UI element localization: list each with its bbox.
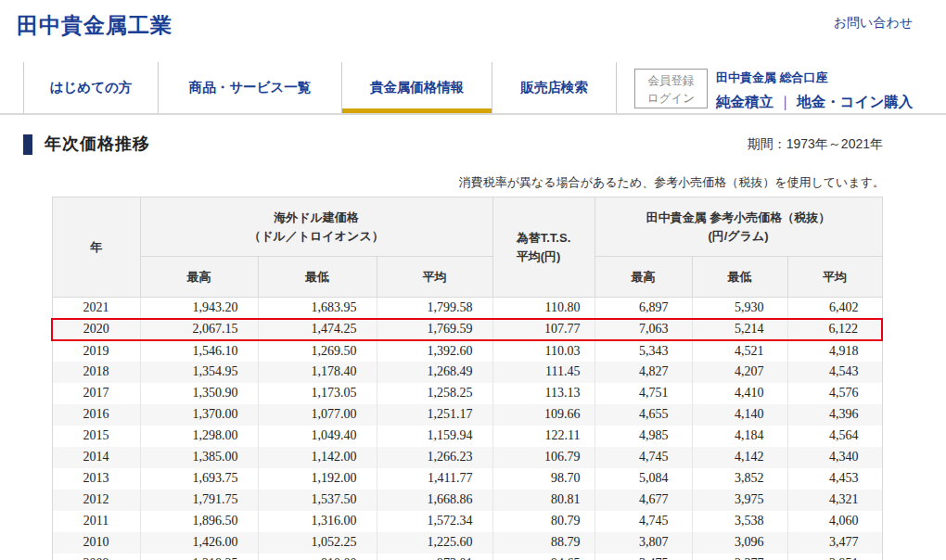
cell-jpy-low: 3,096 [692, 532, 787, 554]
nav-tab-store-search[interactable]: 販売店検索 [492, 62, 617, 113]
cell-usd-avg: 1,266.23 [377, 447, 492, 468]
cell-usd-avg: 1,159.94 [377, 426, 492, 447]
cell-jpy-avg: 4,060 [787, 511, 882, 532]
cell-year: 2014 [52, 447, 140, 468]
cell-usd-high: 1,385.00 [140, 447, 258, 468]
cell-usd-avg: 1,392.60 [377, 340, 492, 362]
table-row: 2010 1,426.00 1,052.25 1,225.60 88.79 3,… [52, 532, 882, 554]
cell-usd-low: 1,173.05 [258, 383, 377, 404]
col-header-usd-avg: 平均 [377, 257, 492, 298]
bullion-coin-purchase-link[interactable]: 地金・コイン購入 [797, 94, 913, 109]
cell-usd-high: 1,426.00 [140, 532, 258, 554]
fx-line1: 為替T.T.S. [517, 231, 571, 245]
cell-fx-tts: 110.80 [492, 298, 594, 319]
cell-usd-low: 1,316.00 [258, 511, 377, 532]
nav-tab-products-services[interactable]: 商品・サービス一覧 [158, 62, 341, 113]
page-title: 年次価格推移 [45, 133, 150, 155]
cell-jpy-avg: 4,396 [787, 404, 882, 426]
cell-jpy-low: 4,140 [692, 404, 787, 426]
cell-usd-high: 1,791.75 [140, 490, 258, 511]
price-table-body: 2021 1,943.20 1,683.95 1,799.58 110.80 6… [52, 298, 882, 560]
cell-jpy-low: 4,410 [692, 383, 787, 404]
cell-usd-high: 1,546.10 [140, 340, 258, 362]
cell-usd-low: 1,474.25 [258, 319, 377, 340]
col-group-jpy-retail-price: 田中貴金属 参考小売価格（税抜） (円/グラム) [594, 197, 882, 257]
cell-jpy-avg: 4,576 [787, 383, 882, 404]
cell-year: 2012 [52, 490, 140, 511]
col-group-usd-price: 海外ドル建価格 （ドル／トロイオンス） [140, 197, 492, 257]
cell-year: 2021 [52, 298, 140, 319]
cell-jpy-low: 5,214 [692, 319, 787, 340]
cell-usd-high: 2,067.15 [140, 319, 258, 340]
cell-jpy-high: 5,343 [594, 340, 692, 362]
cell-jpy-avg: 4,321 [787, 490, 882, 511]
cell-usd-avg: 1,668.86 [377, 490, 492, 511]
cell-jpy-high: 6,897 [594, 298, 692, 319]
cell-jpy-avg: 2,951 [787, 554, 882, 560]
contact-link[interactable]: お問い合わせ [834, 15, 913, 32]
account-title-link[interactable]: 田中貴金属 総合口座 [716, 70, 913, 86]
col-header-jpy-high: 最高 [594, 257, 692, 298]
table-row: 2016 1,370.00 1,077.00 1,251.17 109.66 4… [52, 404, 882, 426]
cell-usd-avg: 1,268.49 [377, 362, 492, 383]
cell-jpy-high: 4,827 [594, 362, 692, 383]
cell-jpy-avg: 4,543 [787, 362, 882, 383]
nav-tab-beginners[interactable]: はじめての方 [23, 62, 158, 113]
cell-usd-high: 1,350.90 [140, 383, 258, 404]
table-row: 2020 2,067.15 1,474.25 1,769.59 107.77 7… [52, 319, 882, 340]
jpy-group-line2: (円/グラム) [595, 227, 882, 246]
table-row: 2009 1,218.25 810.00 973.01 94.65 3,475 … [52, 554, 882, 560]
nav-tabs: はじめての方 商品・サービス一覧 貴金属価格情報 販売店検索 [23, 62, 617, 113]
cell-usd-avg: 1,251.17 [377, 404, 492, 426]
nav-tab-precious-metal-prices[interactable]: 貴金属価格情報 [341, 62, 492, 113]
cell-jpy-avg: 4,340 [787, 447, 882, 468]
cell-jpy-high: 4,655 [594, 404, 692, 426]
cell-jpy-high: 7,063 [594, 319, 692, 340]
cell-usd-avg: 1,769.59 [377, 319, 492, 340]
cell-year: 2009 [52, 554, 140, 560]
cell-usd-high: 1,218.25 [140, 554, 258, 560]
cell-usd-high: 1,370.00 [140, 404, 258, 426]
table-row: 2013 1,693.75 1,192.00 1,411.77 98.70 5,… [52, 468, 882, 490]
pure-gold-savings-link[interactable]: 純金積立 [716, 94, 773, 109]
cell-jpy-avg: 4,453 [787, 468, 882, 490]
table-row: 2019 1,546.10 1,269.50 1,392.60 110.03 5… [52, 340, 882, 362]
cell-year: 2011 [52, 511, 140, 532]
usd-group-line2: （ドル／トロイオンス） [141, 227, 492, 246]
cell-jpy-low: 4,184 [692, 426, 787, 447]
cell-usd-avg: 1,572.34 [377, 511, 492, 532]
cell-usd-low: 1,178.40 [258, 362, 377, 383]
cell-year: 2013 [52, 468, 140, 490]
login-label: ログイン [635, 90, 707, 108]
cell-year: 2017 [52, 383, 140, 404]
member-register-login-button[interactable]: 会員登録 ログイン [634, 69, 708, 108]
cell-usd-low: 1,537.50 [258, 490, 377, 511]
cell-jpy-high: 5,084 [594, 468, 692, 490]
period-label: 期間：1973年～2021年 [748, 136, 883, 153]
cell-jpy-low: 4,142 [692, 447, 787, 468]
cell-usd-high: 1,943.20 [140, 298, 258, 319]
site-logo[interactable]: 田中貴金属工業 [17, 11, 173, 40]
col-header-jpy-low: 最低 [692, 257, 787, 298]
cell-jpy-low: 3,975 [692, 490, 787, 511]
col-header-year: 年 [52, 197, 140, 298]
cell-usd-avg: 973.01 [377, 554, 492, 560]
cell-year: 2015 [52, 426, 140, 447]
cell-jpy-high: 4,677 [594, 490, 692, 511]
cell-usd-high: 1,354.95 [140, 362, 258, 383]
col-header-fx-tts: 為替T.T.S. 平均(円) [492, 197, 594, 298]
account-links: 純金積立｜地金・コイン購入 [716, 93, 913, 112]
cell-fx-tts: 110.03 [492, 340, 594, 362]
col-header-usd-low: 最低 [258, 257, 377, 298]
cell-jpy-avg: 4,918 [787, 340, 882, 362]
cell-fx-tts: 80.79 [492, 511, 594, 532]
title-marker [23, 134, 32, 155]
table-row: 2011 1,896.50 1,316.00 1,572.34 80.79 4,… [52, 511, 882, 532]
cell-fx-tts: 107.77 [492, 319, 594, 340]
cell-jpy-high: 4,751 [594, 383, 692, 404]
cell-jpy-low: 3,538 [692, 511, 787, 532]
annual-price-table-wrap: 年 海外ドル建価格 （ドル／トロイオンス） 為替T.T.S. 平均(円) 田中貴… [51, 197, 883, 560]
cell-fx-tts: 106.79 [492, 447, 594, 468]
cell-fx-tts: 98.70 [492, 468, 594, 490]
cell-usd-avg: 1,411.77 [377, 468, 492, 490]
